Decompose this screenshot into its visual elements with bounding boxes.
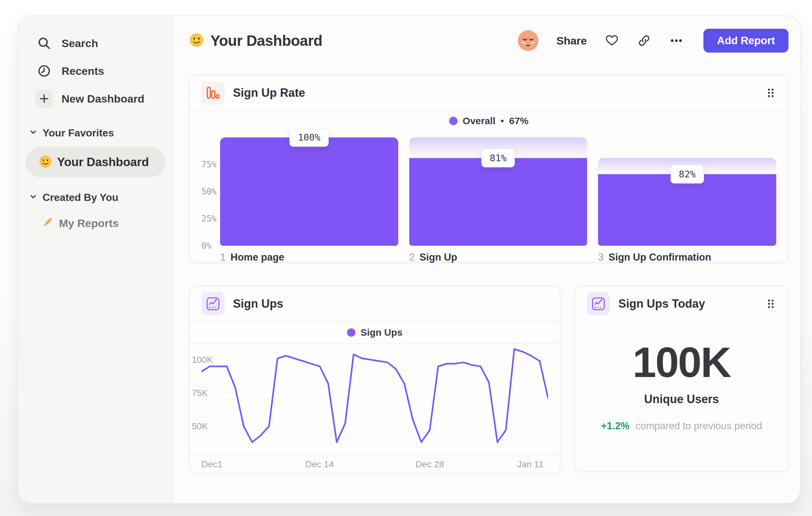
dashboard-header: Your Dashboard Share [189, 25, 788, 56]
add-report-button[interactable]: Add Report [703, 29, 788, 53]
signups-card: Sign Ups Sign Ups 100K 75K 50K Dec1 Dec … [189, 286, 560, 474]
sidebar-item-label: Recents [62, 65, 104, 77]
signups-today-card: Sign Ups Today 100K Unique Users +1.2% [575, 286, 788, 471]
legend-value: 67% [509, 115, 528, 127]
metric-delta-row: +1.2% compared to previous period [575, 420, 788, 432]
card-title: Sign Ups Today [618, 297, 705, 310]
header-actions: Share Add Report [518, 29, 788, 53]
funnel-step-label: 1Home page [220, 251, 398, 263]
y-axis-tick: 0% [201, 241, 218, 251]
step-number: 3 [598, 251, 604, 263]
funnel-bar[interactable]: 82% [598, 137, 776, 246]
legend-series: Sign Ups [360, 327, 402, 338]
step-name: Home page [230, 251, 284, 263]
signups-card-header: Sign Ups [190, 287, 560, 321]
metric-label: Unique Users [575, 392, 788, 406]
y-axis-tick: 50K [192, 421, 224, 432]
cards-row: Sign Ups Sign Ups 100K 75K 50K Dec1 Dec … [189, 286, 788, 474]
page-title-text: Your Dashboard [210, 32, 322, 49]
smiley-emoji [39, 155, 52, 169]
x-axis-tick: Jan 11 [517, 459, 544, 469]
sidebar-item-search[interactable]: Search [35, 33, 165, 54]
drag-grip-icon[interactable] [765, 87, 776, 99]
step-name: Sign Up Confirmation [609, 251, 712, 263]
top-strip [0, 0, 84, 8]
x-axis-tick: Dec 14 [305, 459, 334, 469]
x-axis-labels: Dec1 Dec 14 Dec 28 Jan 11 [209, 455, 540, 473]
more-options-icon[interactable] [669, 33, 684, 48]
y-axis-tick: 75% [201, 160, 218, 169]
sidebar: Search Recents New Dashboard Your Favori [18, 16, 173, 503]
funnel-bar[interactable]: 100% [220, 137, 398, 246]
y-axis-tick: 25% [201, 214, 218, 223]
signups-line-chart[interactable] [201, 345, 548, 452]
signups-line-plot: 100K 75K 50K [201, 344, 548, 454]
funnel-bars: 100%81%82% [220, 137, 776, 246]
sidebar-item-label: New Dashboard [62, 92, 144, 105]
x-axis-tick: Dec1 [201, 459, 222, 469]
sidebar-item-new-dashboard[interactable]: New Dashboard [35, 88, 165, 109]
funnel-bar-converted-segment [220, 137, 398, 246]
line-chart-icon [587, 292, 610, 316]
section-title: Created By You [42, 192, 118, 203]
avatar[interactable] [518, 30, 539, 51]
metric-body: 100K Unique Users +1.2% compared to prev… [575, 321, 788, 432]
sidebar-item-label: My Reports [59, 217, 119, 229]
sidebar-item-recents[interactable]: Recents [35, 61, 165, 81]
sidebar-section-created-by-you[interactable]: Created By You [29, 190, 165, 205]
sidebar-section-your-favorites[interactable]: Your Favorites [29, 126, 165, 140]
card-title: Sign Ups [233, 297, 283, 310]
funnel-bar-value-label: 100% [289, 128, 329, 147]
main-content: Your Dashboard Share [173, 16, 800, 503]
sidebar-item-label: Your Dashboard [57, 156, 149, 169]
funnel-bar-value-label: 82% [670, 165, 704, 184]
section-title: Your Favorites [42, 127, 114, 139]
legend-dot [449, 117, 458, 125]
funnel-bar[interactable]: 81% [409, 137, 587, 246]
copy-link-icon[interactable] [637, 33, 651, 48]
y-axis-tick: 50% [201, 187, 218, 196]
signup-rate-card: Sign Up Rate Overall • 67% [189, 75, 788, 263]
chevron-down-icon [29, 128, 37, 138]
legend-dot [347, 328, 355, 337]
y-axis-tick: 100K [192, 355, 224, 365]
line-chart-icon [201, 292, 225, 316]
page-title: Your Dashboard [189, 32, 322, 49]
card-title: Sign Up Rate [233, 86, 305, 100]
favorite-heart-icon[interactable] [605, 33, 619, 48]
funnel-legend[interactable]: Overall • 67% [201, 111, 776, 131]
funnel-bar-value-label: 81% [482, 149, 515, 167]
funnel-step-label: 3Sign Up Confirmation [598, 251, 776, 263]
search-icon [35, 34, 53, 52]
y-axis-tick: 75K [192, 388, 224, 398]
share-button[interactable]: Share [556, 34, 587, 47]
signups-series-line [201, 349, 548, 442]
chevron-down-icon [29, 193, 37, 202]
x-axis-tick: Dec 28 [416, 459, 444, 469]
step-number: 2 [409, 251, 415, 263]
drag-grip-icon[interactable] [765, 298, 776, 310]
funnel-bar-converted-segment [598, 174, 776, 246]
funnel-plot: 75% 50% 25% 0% 100%81%82% [220, 137, 776, 246]
funnel-step-labels: 1Home page2Sign Up3Sign Up Confirmation [220, 251, 776, 263]
legend-separator: • [501, 115, 504, 127]
delta-badge: +1.2% [601, 420, 630, 432]
step-name: Sign Up [419, 251, 457, 263]
sidebar-item-label: Search [62, 37, 98, 50]
funnel-step-label: 2Sign Up [409, 251, 587, 263]
app-window: Search Recents New Dashboard Your Favori [18, 16, 801, 504]
signups-today-card-header: Sign Ups Today [575, 287, 788, 321]
sidebar-item-your-dashboard[interactable]: Your Dashboard [25, 147, 165, 178]
clock-icon [35, 62, 53, 80]
metric-value: 100K [575, 338, 788, 387]
sidebar-item-my-reports[interactable]: My Reports [41, 213, 165, 234]
funnel-bar-converted-segment [409, 158, 587, 246]
signups-legend[interactable]: Sign Ups [190, 322, 560, 344]
plus-icon [35, 90, 53, 108]
delta-note: compared to previous period [635, 420, 762, 432]
bar-chart-icon [201, 81, 225, 105]
pencil-emoji [41, 216, 54, 230]
step-number: 1 [220, 251, 226, 263]
legend-series: Overall [463, 115, 496, 127]
smiley-emoji [189, 33, 204, 49]
